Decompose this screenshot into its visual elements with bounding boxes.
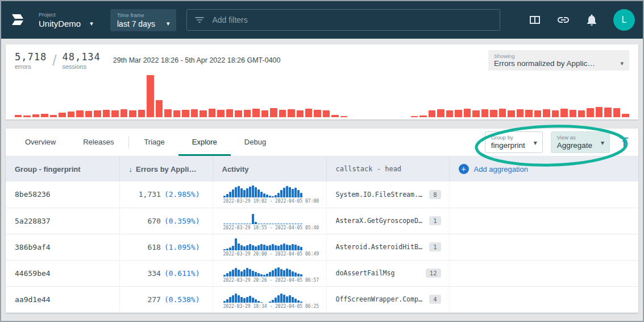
errors-cell: 1,731(2.985%) (119, 181, 213, 208)
column-header-add-aggregation: + Add aggregation (449, 156, 638, 181)
table-row[interactable]: 386b9af4 618(1.095%) 2022-03-29 20:00 - … (6, 234, 638, 260)
group-by-dropdown[interactable]: Group by fingerprint ▾ (485, 131, 543, 153)
callstack-cell: System.IO.FileStream.… 8 (326, 181, 449, 208)
filter-bar[interactable] (186, 9, 500, 31)
activity-range: 2022-03-29 18:34 - 2022-04-05 06:25 (223, 304, 326, 309)
callstack-cell: AsteraX.GetGyroscopeDe… 1 (326, 208, 449, 234)
user-avatar[interactable]: L (613, 9, 635, 31)
explore-controls: Group by fingerprint ▾ View as Aggregate… (485, 131, 633, 153)
activity-range: 2022-03-29 19:02 - 2022-04-05 07:00 (223, 199, 326, 204)
timeframe-value: last 7 days (117, 19, 155, 28)
project-label: Project (39, 11, 100, 18)
column-header-errors[interactable]: ↓Errors by Appli… (119, 156, 213, 181)
view-as-value: Aggregate (557, 141, 592, 150)
fingerprint-cell[interactable]: 44659be4 (6, 260, 119, 286)
aggregation-cell (449, 234, 638, 260)
backtrace-console: Project UnityDemo ▾ Time frame last 7 da… (0, 0, 644, 322)
stat-divider: / (52, 52, 56, 69)
column-header-fingerprint[interactable]: Group - fingerprint (6, 156, 119, 181)
activity-cell: 2022-03-29 19:02 - 2022-04-05 07:00 (213, 181, 326, 208)
layout-columns-icon[interactable] (528, 13, 542, 27)
activity-sparkline (223, 212, 309, 224)
activity-cell: 2022-03-29 20:00 - 2022-04-05 06:49 (213, 234, 326, 260)
scroll-to-top-icon[interactable] (618, 136, 630, 148)
activity-sparkline (223, 264, 309, 276)
add-aggregation-button[interactable]: + Add aggregation (459, 164, 639, 174)
count-badge: 4 (429, 295, 441, 304)
table-row[interactable]: 44659be4 334(0.611%) 2022-03-29 20:26 - … (6, 260, 638, 286)
count-badge: 12 (426, 269, 441, 278)
tab-divider (128, 136, 129, 148)
filter-icon (194, 14, 205, 26)
count-badge: 8 (429, 190, 441, 199)
count-badge: 1 (429, 216, 441, 225)
activity-cell: 2022-03-29 18:34 - 2022-04-05 06:25 (213, 286, 326, 312)
callstack-cell: OffScreenWrapper.Compe… 4 (326, 286, 449, 312)
errors-cell: 618(1.095%) (119, 234, 213, 260)
aggregates-table: Group - fingerprint ↓Errors by Appli… Ac… (6, 156, 638, 313)
timeframe-label: Time frame (117, 12, 169, 18)
showing-dropdown[interactable]: Showing Errors normalized by Applic… ▾ (488, 50, 629, 71)
callstack-text: OffScreenWrapper.Compe… (336, 295, 425, 303)
activity-sparkline (223, 238, 309, 250)
aggregation-cell (449, 260, 638, 286)
explore-panel: Overview Releases Triage Explore Debug G… (6, 129, 638, 313)
showing-value: Errors normalized by Applic… (494, 59, 595, 68)
link-icon[interactable] (556, 13, 570, 27)
table-row[interactable]: 8be58236 1,731(2.985%) 2022-03-29 19:02 … (6, 181, 638, 208)
chevron-down-icon: ▾ (620, 60, 624, 67)
tab-debug[interactable]: Debug (231, 129, 280, 156)
fingerprint-cell[interactable]: aa9d1e44 (6, 286, 119, 312)
chevron-down-icon: ▾ (534, 139, 537, 147)
callstack-cell: Asteroid.AsteroidHitBy… 1 (326, 234, 449, 260)
activity-range: 2022-03-29 18:55 - 2022-04-05 05:40 (223, 225, 326, 230)
aggregation-cell (449, 208, 638, 234)
activity-range: 2022-03-29 20:00 - 2022-04-05 06:49 (223, 251, 326, 257)
activity-sparkline (223, 290, 309, 303)
activity-cell: 2022-03-29 18:55 - 2022-04-05 05:40 (213, 208, 326, 234)
errors-label: errors (15, 63, 47, 70)
backtrace-logo (9, 10, 28, 30)
errors-cell: 334(0.611%) (119, 260, 213, 286)
tabs-bar: Overview Releases Triage Explore Debug G… (6, 129, 638, 156)
tab-overview[interactable]: Overview (11, 129, 69, 156)
tab-releases[interactable]: Releases (69, 129, 127, 156)
chevron-down-icon: ▾ (601, 139, 604, 147)
table-row[interactable]: 5a228837 670(0.359%) 2022-03-29 18:55 - … (6, 208, 638, 234)
sort-desc-icon: ↓ (129, 165, 133, 174)
tab-triage[interactable]: Triage (130, 129, 178, 156)
filter-input[interactable] (211, 15, 493, 25)
callstack-text: System.IO.FileStream.… (336, 191, 422, 199)
view-as-dropdown[interactable]: View as Aggregate ▾ (551, 131, 610, 153)
aggregation-cell (449, 181, 638, 208)
activity-range: 2022-03-29 20:26 - 2022-04-05 06:57 (223, 278, 326, 283)
avatar-letter: L (622, 15, 627, 25)
tab-explore[interactable]: Explore (178, 129, 231, 156)
column-header-activity[interactable]: Activity (213, 156, 326, 181)
plus-icon: + (459, 164, 469, 174)
chevron-down-icon: ▾ (90, 20, 93, 27)
table-row[interactable]: aa9d1e44 277(0.538%) 2022-03-29 18:34 - … (6, 286, 638, 312)
callstack-cell: doAssertFailMsg 12 (326, 260, 449, 286)
project-selector[interactable]: Project UnityDemo ▾ (39, 11, 100, 28)
project-value: UnityDemo (39, 19, 81, 28)
fingerprint-cell[interactable]: 8be58236 (6, 181, 119, 208)
group-by-label: Group by (491, 134, 525, 141)
date-range: 29th Mar 2022 18:26 - 5th Apr 2022 18:26… (113, 56, 281, 64)
sessions-stat: 48,134 sessions (62, 51, 100, 70)
errors-histogram[interactable] (15, 74, 629, 117)
fingerprint-cell[interactable]: 386b9af4 (6, 234, 119, 260)
activity-cell: 2022-03-29 20:26 - 2022-04-05 06:57 (213, 260, 326, 286)
errors-cell: 670(0.359%) (119, 208, 213, 234)
sessions-label: sessions (62, 63, 100, 70)
errors-count: 5,718 (15, 51, 47, 63)
count-badge: 1 (429, 242, 441, 251)
bell-icon[interactable] (585, 13, 599, 27)
column-header-callstack[interactable]: callstack - head (326, 156, 449, 181)
chevron-down-icon: ▾ (167, 20, 170, 27)
errors-cell: 277(0.538%) (119, 286, 213, 312)
showing-label: Showing (494, 53, 624, 59)
timeframe-selector[interactable]: Time frame last 7 days ▾ (110, 9, 176, 31)
errors-stat: 5,718 errors (15, 51, 47, 70)
fingerprint-cell[interactable]: 5a228837 (6, 208, 119, 234)
